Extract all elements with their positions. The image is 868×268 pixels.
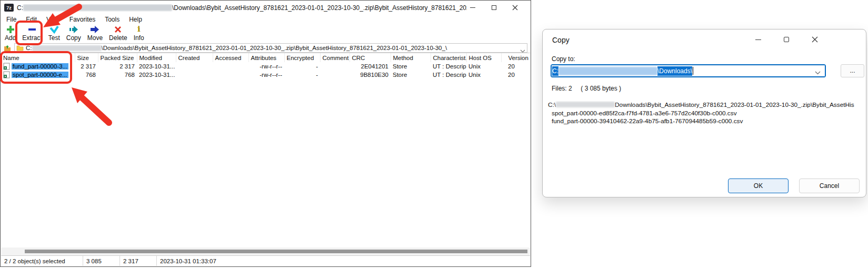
extract-button[interactable]: Extract bbox=[19, 24, 45, 42]
minimize-icon bbox=[755, 39, 761, 40]
menu-file[interactable]: File bbox=[2, 16, 21, 23]
maximize-icon bbox=[492, 5, 496, 10]
move-label: Move bbox=[87, 34, 103, 42]
col-method[interactable]: Method bbox=[391, 53, 431, 62]
minimize-icon bbox=[470, 7, 475, 8]
col-name[interactable]: Name bbox=[1, 53, 75, 62]
combo-chevron-icon[interactable] bbox=[815, 69, 821, 76]
move-button[interactable]: Move bbox=[84, 24, 106, 42]
col-comment[interactable]: Comment bbox=[320, 53, 350, 62]
add-icon bbox=[6, 24, 15, 34]
close-icon bbox=[512, 5, 518, 11]
menu-view[interactable]: View bbox=[42, 16, 65, 23]
window-title: C:\Downloads\Bybit_AssetHistory_8781621_… bbox=[17, 4, 467, 12]
test-button[interactable]: Test bbox=[45, 24, 63, 42]
redacted-user-path bbox=[556, 102, 615, 107]
folder-icon bbox=[16, 45, 24, 51]
menu-help[interactable]: Help bbox=[124, 16, 147, 23]
address-suffix: \Downloads\Bybit_AssetHistory_8781621_20… bbox=[102, 45, 447, 51]
menu-bar: File Edit View Favorites Tools Help bbox=[2, 15, 147, 24]
col-version[interactable]: Version bbox=[501, 53, 530, 62]
copy-icon bbox=[69, 24, 78, 34]
source-path-prefix: C:\ bbox=[548, 101, 556, 108]
test-icon bbox=[49, 24, 59, 34]
source-path: C:\Downloads\Bybit_AssetHistory_8781621_… bbox=[548, 101, 862, 110]
source-file-1: spot_part-00000-ed85f2ca-f7fd-4781-a3e6-… bbox=[552, 110, 862, 118]
title-path-suffix: \Downloads\Bybit_AssetHistory_8781621_20… bbox=[172, 4, 467, 12]
source-file-2: fund_part-00000-39410462-22a9-4b75-afb1-… bbox=[552, 117, 862, 126]
main-window: 7z C:\Downloads\Bybit_AssetHistory_87816… bbox=[0, 0, 531, 267]
add-label: Add bbox=[5, 34, 16, 42]
destination-combobox[interactable]: C:\Downloads\ bbox=[551, 64, 826, 77]
7zip-app-icon: 7z bbox=[4, 4, 14, 12]
close-icon bbox=[812, 36, 818, 43]
col-crc[interactable]: CRC bbox=[350, 53, 391, 62]
text-caret bbox=[693, 67, 693, 75]
destination-prefix: C: bbox=[552, 66, 558, 76]
dialog-minimize-button[interactable] bbox=[749, 33, 767, 46]
copy-button[interactable]: Copy bbox=[63, 24, 84, 42]
col-modified[interactable]: Modified bbox=[137, 53, 176, 62]
copy-dialog: Copy Copy to: C:\Downloads\ ... Files: 2… bbox=[542, 29, 866, 197]
menu-favorites[interactable]: Favorites bbox=[65, 16, 100, 23]
status-selection: 2 / 2 object(s) selected bbox=[1, 256, 83, 266]
col-attributes[interactable]: Attributes bbox=[248, 53, 284, 62]
delete-label: Delete bbox=[109, 34, 127, 42]
address-prefix: C: bbox=[26, 45, 32, 51]
close-button[interactable] bbox=[504, 1, 525, 14]
extract-label: Extract bbox=[22, 34, 42, 42]
col-host-os[interactable]: Host OS bbox=[466, 53, 501, 62]
col-size[interactable]: Size bbox=[75, 53, 98, 62]
scrollbar-thumb[interactable] bbox=[25, 250, 527, 253]
horizontal-scrollbar[interactable] bbox=[1, 247, 530, 255]
test-label: Test bbox=[48, 34, 60, 42]
menu-tools[interactable]: Tools bbox=[100, 16, 124, 23]
files-summary: Files: 2 ( 3 085 bytes ) bbox=[552, 85, 621, 92]
file-list-panel: Name Size Packed Size Modified Created A… bbox=[1, 53, 530, 247]
redacted-user-path bbox=[558, 67, 657, 75]
dialog-title: Copy bbox=[552, 36, 570, 44]
cancel-button[interactable]: Cancel bbox=[799, 178, 860, 193]
screenshot-stage: 7z C:\Downloads\Bybit_AssetHistory_87816… bbox=[0, 0, 868, 268]
delete-icon bbox=[114, 24, 122, 34]
col-encrypted[interactable]: Encrypted bbox=[284, 53, 320, 62]
add-button[interactable]: Add bbox=[2, 24, 19, 42]
info-button[interactable]: i Info bbox=[131, 24, 147, 42]
redacted-user-path bbox=[23, 4, 172, 11]
csv-file-icon bbox=[3, 71, 10, 78]
menu-edit[interactable]: Edit bbox=[21, 16, 42, 23]
file-name: spot_part-00000-e... bbox=[12, 72, 68, 78]
ok-button[interactable]: OK bbox=[728, 178, 789, 193]
status-bar: 2 / 2 object(s) selected 3 085 2 317 202… bbox=[1, 255, 530, 266]
destination-suffix: \Downloads\ bbox=[657, 66, 692, 76]
csv-file-icon bbox=[3, 63, 10, 70]
col-packed-size[interactable]: Packed Size bbox=[98, 53, 137, 62]
maximize-button[interactable] bbox=[483, 1, 504, 14]
dialog-close-button[interactable] bbox=[806, 33, 824, 46]
redacted-user-path bbox=[32, 45, 102, 51]
col-accessed[interactable]: Accessed bbox=[213, 53, 248, 62]
extract-icon bbox=[27, 24, 37, 34]
col-characteristics[interactable]: Characterist... bbox=[431, 53, 466, 62]
file-table: Name Size Packed Size Modified Created A… bbox=[1, 53, 530, 79]
table-row[interactable]: fund_part-00000-3... 2 317 2 317 2023-10… bbox=[1, 62, 530, 71]
source-path-suffix: Downloads\Bybit_AssetHistory_8781621_202… bbox=[615, 101, 854, 108]
browse-button[interactable]: ... bbox=[841, 64, 864, 77]
table-header-row: Name Size Packed Size Modified Created A… bbox=[1, 53, 530, 62]
toolbar: Add Extract Test Copy Move bbox=[2, 24, 147, 43]
address-bar: C:\Downloads\Bybit_AssetHistory_8781621_… bbox=[1, 43, 531, 53]
title-bar: 7z C:\Downloads\Bybit_AssetHistory_87816… bbox=[1, 1, 531, 15]
info-icon: i bbox=[137, 24, 141, 34]
dialog-maximize-button[interactable] bbox=[777, 33, 795, 46]
col-created[interactable]: Created bbox=[176, 53, 213, 62]
move-icon bbox=[90, 24, 99, 34]
copy-to-label: Copy to: bbox=[552, 55, 575, 63]
source-path-block: C:\Downloads\Bybit_AssetHistory_8781621_… bbox=[548, 101, 862, 126]
delete-button[interactable]: Delete bbox=[106, 24, 131, 42]
file-name: fund_part-00000-3... bbox=[12, 63, 68, 70]
minimize-button[interactable] bbox=[462, 1, 483, 14]
table-row[interactable]: spot_part-00000-e... 768 768 2023-10-31.… bbox=[1, 71, 530, 79]
address-input[interactable]: C:\Downloads\Bybit_AssetHistory_8781621_… bbox=[14, 43, 527, 53]
maximize-icon bbox=[784, 37, 789, 42]
status-timestamp: 2023-10-31 01:33:07 bbox=[156, 256, 530, 266]
